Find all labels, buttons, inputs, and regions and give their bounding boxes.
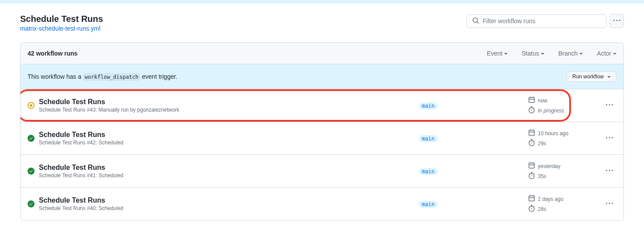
run-duration: 29s <box>538 140 546 147</box>
caret-down-icon <box>541 53 544 55</box>
run-title[interactable]: Schedule Test Runs <box>39 98 419 106</box>
run-row: Schedule Test RunsSchedule Test Runs #40… <box>21 188 623 220</box>
run-options-button[interactable] <box>602 134 616 143</box>
run-duration: 28s <box>538 206 546 212</box>
run-subtitle: Schedule Test Runs #43: Manually run by … <box>39 107 419 113</box>
time-col: 2 days ago28s <box>528 195 602 213</box>
run-time: now <box>538 98 547 104</box>
stopwatch-icon <box>528 106 535 115</box>
stopwatch-icon <box>528 205 535 213</box>
runs-box: 42 workflow runs Event Status Branch Act… <box>20 42 624 221</box>
status-success-icon <box>28 135 35 142</box>
run-row: Schedule Test RunsSchedule Test Runs #41… <box>21 155 623 188</box>
run-main: Schedule Test RunsSchedule Test Runs #40… <box>39 196 419 211</box>
run-row: Schedule Test RunsSchedule Test Runs #43… <box>21 89 623 122</box>
time-col: nowIn progress <box>528 96 602 115</box>
stopwatch-icon <box>528 139 535 147</box>
run-duration: 35s <box>538 173 546 179</box>
run-time: yesterday <box>538 163 560 169</box>
run-title[interactable]: Schedule Test Runs <box>39 196 419 204</box>
kebab-icon <box>606 134 613 143</box>
branch-col: main <box>419 200 528 207</box>
run-time: 10 hours ago <box>538 130 568 137</box>
caret-down-icon <box>607 76 611 78</box>
calendar-icon <box>528 129 535 137</box>
filter-actor[interactable]: Actor <box>597 50 616 57</box>
filter-event[interactable]: Event <box>487 50 508 57</box>
run-subtitle: Schedule Test Runs #41: Scheduled <box>39 172 419 179</box>
calendar-icon <box>528 195 535 203</box>
workflow-file-link[interactable]: matrix-schedule-test-runs.yml <box>20 25 101 32</box>
run-title[interactable]: Schedule Test Runs <box>39 131 419 139</box>
branch-col: main <box>419 135 528 142</box>
caret-down-icon <box>613 53 616 55</box>
run-time: 2 days ago <box>538 196 564 202</box>
branch-col: main <box>419 168 528 175</box>
run-options-button[interactable] <box>602 102 616 110</box>
run-options-button[interactable] <box>602 200 616 208</box>
branch-badge[interactable]: main <box>419 201 438 208</box>
caret-down-icon <box>579 53 583 55</box>
branch-badge[interactable]: main <box>419 102 438 109</box>
run-options-button[interactable] <box>602 167 616 175</box>
search-box[interactable] <box>466 14 606 28</box>
run-main: Schedule Test RunsSchedule Test Runs #41… <box>39 164 419 179</box>
kebab-icon <box>606 200 613 208</box>
run-row: Schedule Test RunsSchedule Test Runs #42… <box>21 122 623 155</box>
top-banner <box>0 0 644 4</box>
branch-col: main <box>419 102 528 109</box>
kebab-icon <box>606 102 613 110</box>
run-workflow-button[interactable]: Run workflow <box>567 71 616 82</box>
search-icon <box>472 17 479 25</box>
run-main: Schedule Test RunsSchedule Test Runs #43… <box>39 98 419 113</box>
branch-badge[interactable]: main <box>419 168 438 175</box>
page-options-button[interactable] <box>610 14 624 28</box>
run-duration: In progress <box>538 108 564 114</box>
time-col: 10 hours ago29s <box>528 129 602 147</box>
status-success-icon <box>28 168 35 175</box>
filter-status[interactable]: Status <box>522 50 544 57</box>
calendar-icon <box>528 96 535 105</box>
title-block: Schedule Test Runs matrix-schedule-test-… <box>20 14 103 32</box>
run-title[interactable]: Schedule Test Runs <box>39 164 419 172</box>
search-input[interactable] <box>483 18 601 25</box>
time-col: yesterday35s <box>528 162 602 180</box>
caret-down-icon <box>504 53 508 55</box>
calendar-icon <box>528 162 535 170</box>
kebab-icon <box>613 17 620 25</box>
runs-header: 42 workflow runs Event Status Branch Act… <box>21 43 623 64</box>
run-main: Schedule Test RunsSchedule Test Runs #42… <box>39 131 419 146</box>
dispatch-code: workflow_dispatch <box>83 73 140 81</box>
stopwatch-icon <box>528 172 535 180</box>
run-subtitle: Schedule Test Runs #40: Scheduled <box>39 205 419 211</box>
runs-count: 42 workflow runs <box>28 50 77 57</box>
page-title: Schedule Test Runs <box>20 14 103 24</box>
branch-badge[interactable]: main <box>419 135 438 142</box>
status-success-icon <box>28 200 35 207</box>
dispatch-message: This workflow has a workflow_dispatch ev… <box>28 73 177 80</box>
status-in-progress-icon <box>28 102 35 109</box>
dispatch-banner: This workflow has a workflow_dispatch ev… <box>21 64 623 89</box>
kebab-icon <box>606 167 613 175</box>
filter-branch[interactable]: Branch <box>558 50 583 57</box>
run-subtitle: Schedule Test Runs #42: Scheduled <box>39 140 419 146</box>
